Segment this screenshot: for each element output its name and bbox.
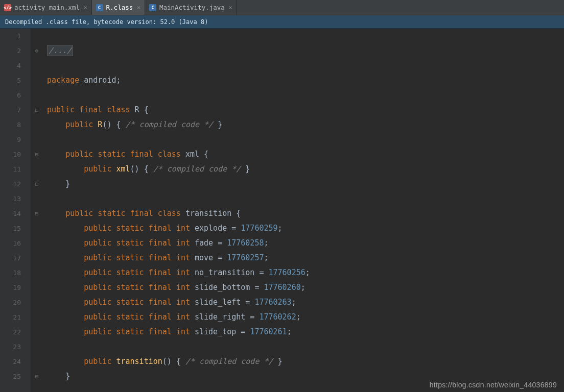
- class-name: R: [130, 105, 144, 114]
- keyword: final: [149, 268, 172, 277]
- collapsed-region[interactable]: /.../: [47, 45, 73, 56]
- info-bar: Decompiled .class file, bytecode version…: [0, 15, 564, 29]
- field-name: slide_bottom: [190, 283, 250, 292]
- punct: (): [102, 120, 111, 129]
- code-area[interactable]: /.../ package android; public final clas…: [43, 29, 564, 392]
- code-line: public static final int move = 17760257;: [47, 251, 564, 265]
- line-number: 12: [0, 177, 21, 191]
- line-number: 9: [0, 132, 21, 147]
- line-number: 10: [0, 147, 21, 162]
- fold-mark[interactable]: [31, 88, 43, 103]
- comment: /* compiled code */: [126, 120, 214, 129]
- punct: (): [162, 357, 172, 366]
- fold-mark[interactable]: [31, 162, 43, 177]
- line-number: 4: [0, 58, 21, 73]
- editor[interactable]: 1 2 4 5 6 7 8 9 10 11 12 13 14 15 16 17 …: [0, 29, 564, 392]
- code-line: public static final int slide_top = 1776…: [47, 325, 564, 339]
- code-line: [47, 339, 564, 354]
- keyword: final: [149, 298, 172, 307]
- punct: ;: [278, 224, 283, 233]
- punct: ;: [264, 238, 268, 248]
- tab-label: R.class: [106, 4, 133, 11]
- close-icon[interactable]: ✕: [84, 4, 87, 11]
- line-number: 21: [0, 310, 21, 325]
- fold-mark[interactable]: [31, 132, 43, 147]
- fold-mark[interactable]: [31, 325, 43, 339]
- keyword: int: [176, 283, 190, 292]
- code-line: public static final int fade = 17760258;: [47, 236, 564, 251]
- number: 17760262: [259, 312, 296, 322]
- comment: /* compiled code */: [153, 164, 241, 174]
- number: 17760261: [250, 327, 287, 336]
- line-number: 14: [0, 206, 21, 221]
- fold-mark[interactable]: [31, 29, 43, 43]
- comment: /* compiled code */: [185, 357, 273, 366]
- fold-mark[interactable]: [31, 73, 43, 88]
- keyword: static: [98, 209, 125, 218]
- keyword: public: [84, 327, 111, 336]
- field-name: slide_right: [190, 312, 245, 322]
- fold-mark[interactable]: ⊕: [31, 43, 43, 58]
- fold-mark[interactable]: [31, 236, 43, 251]
- keyword: public: [84, 298, 111, 307]
- punct: ;: [306, 268, 310, 277]
- tab-main-activity[interactable]: C MainActivity.java ✕: [145, 0, 237, 15]
- fold-mark[interactable]: [31, 339, 43, 354]
- tab-activity-main[interactable]: </> activity_main.xml ✕: [0, 0, 92, 15]
- close-icon[interactable]: ✕: [229, 4, 232, 11]
- code-line: public xml() { /* compiled code */ }: [47, 162, 564, 177]
- fold-mark[interactable]: [31, 295, 43, 310]
- method-name: xml: [116, 164, 130, 174]
- fold-mark[interactable]: [31, 265, 43, 280]
- line-number: 16: [0, 236, 21, 251]
- keyword: static: [116, 312, 144, 322]
- fold-mark[interactable]: [31, 354, 43, 369]
- keyword: static: [116, 283, 144, 292]
- keyword: final: [149, 224, 172, 233]
- close-icon[interactable]: ✕: [137, 4, 140, 11]
- keyword: public: [84, 164, 111, 174]
- punct: =: [241, 298, 254, 307]
- line-number: 22: [0, 325, 21, 339]
- number: 17760259: [241, 224, 277, 233]
- class-name: xml: [181, 150, 204, 159]
- punct: =: [245, 312, 259, 322]
- fold-mark[interactable]: [31, 310, 43, 325]
- code-line: public transition() { /* compiled code *…: [47, 354, 564, 369]
- keyword: class: [107, 105, 130, 114]
- code-line: [47, 191, 564, 206]
- fold-mark[interactable]: ⊟: [31, 206, 43, 221]
- code-line: public static final int slide_bottom = 1…: [47, 280, 564, 295]
- keyword: int: [176, 224, 190, 233]
- punct: =: [227, 224, 241, 233]
- punct: ;: [116, 76, 121, 85]
- method-name: transition: [116, 357, 162, 366]
- line-number: 2: [0, 43, 21, 58]
- tab-r-class[interactable]: C R.class ✕: [92, 0, 145, 15]
- fold-mark[interactable]: [31, 117, 43, 132]
- fold-mark[interactable]: [31, 251, 43, 265]
- field-name: fade: [190, 238, 213, 248]
- code-line: }: [47, 177, 564, 191]
- fold-mark[interactable]: [31, 58, 43, 73]
- line-number: 17: [0, 251, 21, 265]
- fold-mark[interactable]: ⊟: [31, 147, 43, 162]
- tab-label: activity_main.xml: [14, 4, 80, 11]
- fold-mark[interactable]: ⊟: [31, 369, 43, 384]
- xml-file-icon: </>: [4, 4, 11, 11]
- fold-mark[interactable]: ⊟: [31, 177, 43, 191]
- line-number: 13: [0, 191, 21, 206]
- keyword: package: [47, 76, 79, 85]
- fold-mark[interactable]: [31, 280, 43, 295]
- fold-mark[interactable]: ⊟: [31, 103, 43, 117]
- number: 17760258: [227, 238, 264, 248]
- number: 17760257: [227, 253, 264, 262]
- line-number: 25: [0, 369, 21, 384]
- fold-mark[interactable]: [31, 191, 43, 206]
- line-number: 7: [0, 103, 21, 117]
- keyword: final: [79, 105, 102, 114]
- line-number: 1: [0, 29, 21, 43]
- fold-mark[interactable]: [31, 221, 43, 236]
- identifier: android: [79, 76, 116, 85]
- punct: ;: [296, 312, 301, 322]
